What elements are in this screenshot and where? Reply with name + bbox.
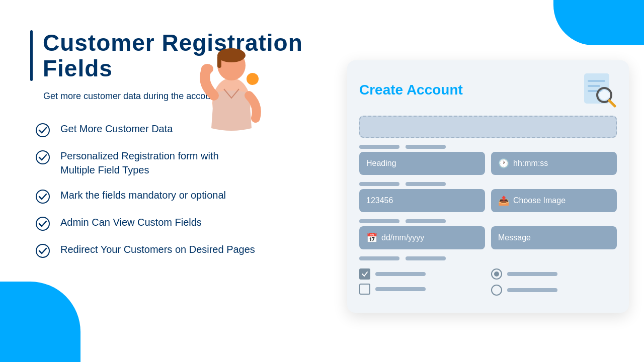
- wide-text-input[interactable]: [359, 116, 617, 138]
- list-item: Mark the fields mandatory or optional: [35, 188, 322, 204]
- list-item: Admin Can View Custom Fields: [35, 215, 322, 231]
- blob-top-right-decoration: [553, 0, 644, 45]
- person-illustration: [196, 48, 267, 143]
- date-field[interactable]: 📅 dd/mm/yyyy: [359, 226, 485, 249]
- title-bar: Customer Registration Fields: [30, 30, 322, 81]
- checkbox-unchecked[interactable]: [359, 284, 370, 295]
- row3-labels: [359, 219, 617, 223]
- heading-field[interactable]: Heading: [359, 152, 485, 175]
- label-bar: [406, 182, 446, 186]
- list-item: Get More Customer Data: [35, 122, 322, 138]
- radio-item-1[interactable]: [491, 268, 617, 280]
- check-icon: [35, 189, 50, 204]
- row1-labels: [359, 145, 617, 149]
- page-title: Customer Registration Fields: [43, 30, 322, 81]
- radio-group: [491, 263, 617, 301]
- check-icon: [35, 123, 50, 138]
- list-item: Personalized Registration form withMulti…: [35, 149, 322, 177]
- label-bar: [406, 219, 446, 223]
- check-icon: [35, 243, 50, 258]
- label-bar: [359, 145, 399, 149]
- label-bar: [406, 256, 446, 260]
- svg-rect-7: [217, 55, 221, 68]
- svg-point-17: [599, 90, 609, 100]
- svg-point-6: [217, 48, 246, 62]
- number-field[interactable]: 123456: [359, 189, 485, 212]
- radio-item-2[interactable]: [491, 285, 617, 296]
- check-icon: [35, 150, 50, 165]
- page-subtitle: Get more customer data during the accoun…: [43, 91, 322, 102]
- svg-point-4: [36, 244, 49, 257]
- label-bar: [359, 256, 399, 260]
- checkbox-label-line: [375, 287, 426, 291]
- list-item: Redirect Your Customers on Desired Pages: [35, 242, 322, 258]
- left-content-section: Customer Registration Fields Get more cu…: [30, 30, 322, 269]
- check-icon: [35, 216, 50, 231]
- row4-labels: [359, 256, 617, 260]
- checkbox-item-2[interactable]: [359, 284, 485, 295]
- label-bar: [359, 219, 399, 223]
- form-section: Create Account: [347, 60, 629, 313]
- search-icon: [582, 72, 617, 108]
- blob-bottom-left-decoration: [0, 282, 80, 362]
- features-list: Get More Customer Data Personalized Regi…: [35, 122, 322, 258]
- svg-rect-12: [588, 80, 605, 82]
- svg-point-1: [36, 151, 49, 164]
- label-bar: [406, 145, 446, 149]
- upload-icon: 📤: [498, 195, 509, 206]
- svg-point-10: [247, 73, 259, 85]
- title-accent-bar: [30, 30, 33, 81]
- row2-labels: [359, 182, 617, 186]
- form-title: Create Account: [359, 82, 463, 98]
- form-card: Create Account: [347, 60, 629, 313]
- form-header: Create Account: [359, 72, 617, 108]
- form-row-1: Heading 🕐 hh:mm:ss: [359, 152, 617, 175]
- checkbox-checked[interactable]: [359, 268, 370, 280]
- svg-point-0: [36, 124, 49, 137]
- form-row-4: [359, 263, 617, 301]
- svg-point-2: [36, 190, 49, 203]
- svg-line-16: [609, 101, 615, 106]
- label-bar: [359, 182, 399, 186]
- form-row-3: 📅 dd/mm/yyyy Message: [359, 226, 617, 249]
- radio-unselected[interactable]: [491, 285, 502, 296]
- radio-selected[interactable]: [491, 268, 502, 280]
- checkbox-group: [359, 263, 485, 301]
- time-field[interactable]: 🕐 hh:mm:ss: [491, 152, 617, 175]
- radio-label-line: [507, 272, 557, 276]
- message-field[interactable]: Message: [491, 226, 617, 249]
- calendar-icon: 📅: [366, 232, 377, 243]
- checkbox-label-line: [375, 272, 426, 276]
- form-row-2: 123456 📤 Choose Image: [359, 189, 617, 212]
- image-upload-field[interactable]: 📤 Choose Image: [491, 189, 617, 212]
- svg-rect-13: [588, 85, 600, 87]
- radio-label-line: [507, 288, 557, 292]
- clock-icon: 🕐: [498, 158, 509, 169]
- svg-point-3: [36, 217, 49, 230]
- svg-point-9: [201, 64, 213, 74]
- checkbox-item-1[interactable]: [359, 268, 485, 280]
